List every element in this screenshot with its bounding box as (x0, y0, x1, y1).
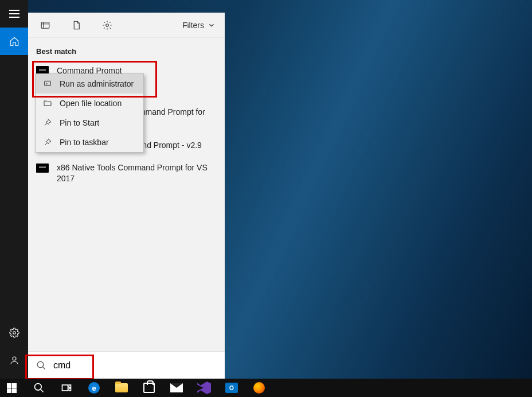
pin-icon (42, 137, 53, 147)
start-button[interactable] (3, 380, 19, 396)
home-button[interactable] (0, 28, 28, 55)
settings-category-button[interactable] (97, 15, 118, 36)
context-menu: Run as administrator Open file location … (35, 73, 144, 153)
gear-icon (102, 20, 112, 30)
taskbar-firefox[interactable] (251, 380, 267, 396)
svg-point-7 (35, 384, 42, 391)
taskbar-store[interactable] (141, 380, 157, 396)
ctx-run-as-admin[interactable]: Run as administrator (36, 74, 143, 94)
svg-rect-2 (41, 22, 49, 28)
svg-point-0 (13, 332, 15, 334)
task-view-icon (61, 382, 72, 394)
search-icon (33, 382, 45, 394)
ctx-open-file-location[interactable]: Open file location (36, 94, 143, 113)
ctx-pin-to-taskbar[interactable]: Pin to taskbar (36, 133, 143, 152)
ctx-pin-to-start[interactable]: Pin to Start (36, 113, 143, 133)
task-view-button[interactable] (58, 380, 75, 396)
firefox-icon (253, 382, 265, 394)
taskbar-file-explorer[interactable] (114, 380, 130, 396)
rail-account-button[interactable] (0, 347, 28, 374)
best-match-heading: Best match (28, 42, 225, 61)
search-query-text: cmd (53, 360, 71, 371)
folder-icon (42, 98, 53, 108)
panel-toolbar: Filters (28, 13, 225, 38)
visual-studio-icon (197, 382, 211, 394)
svg-line-8 (41, 390, 44, 392)
edge-icon: e (88, 382, 100, 394)
taskbar-search-button[interactable] (31, 380, 47, 396)
taskbar-outlook[interactable]: O (224, 380, 240, 396)
svg-rect-11 (69, 388, 71, 391)
svg-point-5 (37, 361, 44, 368)
svg-point-1 (13, 357, 16, 360)
taskbar-edge[interactable]: e (86, 380, 102, 396)
svg-rect-4 (45, 81, 51, 85)
document-icon (71, 20, 81, 30)
cmd-icon (36, 164, 49, 173)
person-icon (9, 355, 19, 365)
filters-dropdown[interactable]: Filters (180, 21, 218, 30)
home-icon (9, 36, 19, 46)
svg-point-3 (106, 24, 109, 26)
app-grid-icon (40, 20, 50, 30)
shield-icon (42, 79, 53, 89)
rail-settings-button[interactable] (0, 319, 28, 347)
windows-logo-icon (7, 383, 17, 393)
search-box[interactable]: cmd (28, 351, 225, 379)
documents-category-button[interactable] (66, 15, 87, 36)
chevron-down-icon (208, 21, 216, 29)
apps-category-button[interactable] (35, 15, 56, 36)
svg-line-6 (42, 367, 45, 369)
search-results-panel: Filters Best match Command Prompt Apps C… (28, 13, 225, 379)
folder-icon (115, 383, 128, 392)
search-icon (36, 360, 46, 371)
mail-icon (170, 383, 183, 392)
outlook-icon: O (225, 383, 238, 393)
taskbar-visual-studio[interactable] (196, 380, 212, 396)
svg-rect-10 (69, 385, 71, 387)
pin-icon (42, 118, 53, 128)
app-result[interactable]: x86 Native Tools Command Prompt for VS 2… (28, 157, 225, 190)
filters-label: Filters (182, 21, 204, 30)
store-icon (143, 383, 155, 393)
taskbar: e O (0, 379, 532, 397)
gear-icon (9, 328, 19, 338)
taskbar-mail[interactable] (169, 380, 185, 396)
menu-button[interactable] (0, 0, 28, 28)
svg-rect-9 (62, 385, 68, 391)
cortana-left-rail (0, 0, 28, 379)
